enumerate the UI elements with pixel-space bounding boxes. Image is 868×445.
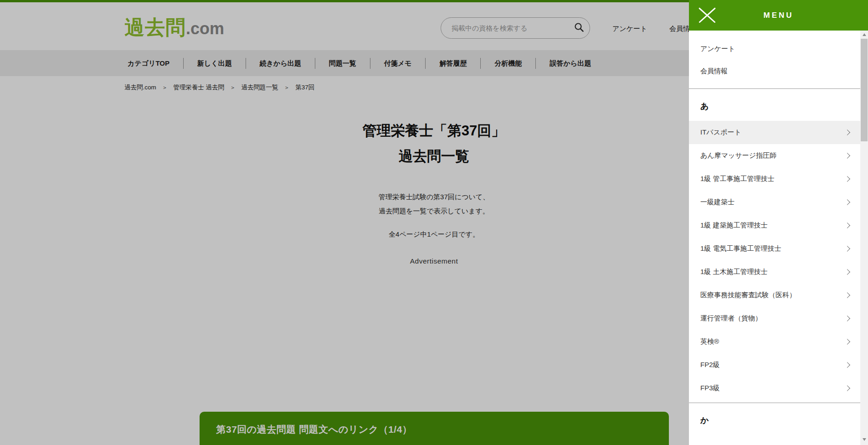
menu-item-label: 英検®: [700, 337, 719, 346]
chevron-right-icon: [844, 176, 850, 182]
chevron-right-icon: [844, 385, 850, 391]
menu-item-kenchiku-sekou[interactable]: 1級 建築施工管理技士: [689, 214, 860, 237]
menu-item-label: 医療事務技能審査試験（医科）: [700, 291, 796, 300]
chevron-right-icon: [844, 153, 850, 159]
menu-item-label: FP2級: [700, 361, 720, 369]
menu-item-kankoji-sekou[interactable]: 1級 管工事施工管理技士: [689, 167, 860, 191]
menu-link-member[interactable]: 会員情報: [689, 60, 860, 83]
menu-item-denki-koji-sekou[interactable]: 1級 電気工事施工管理技士: [689, 237, 860, 260]
scrollbar-thumb[interactable]: [861, 39, 868, 141]
menu-item-label: 1級 管工事施工管理技士: [700, 175, 775, 183]
menu-body: アンケート 会員情報 あ ITパスポート あん摩マッサージ指圧師 1級 管工事施…: [689, 31, 860, 445]
menu-item-iryo-jimu[interactable]: 医療事務技能審査試験（医科）: [689, 284, 860, 307]
menu-section-header-a: あ: [689, 89, 860, 121]
menu-item-label: 1級 建築施工管理技士: [700, 221, 768, 230]
menu-drawer: MENU アンケート 会員情報 あ ITパスポート あん摩マッサージ指圧師 1級…: [689, 0, 868, 445]
menu-link-survey[interactable]: アンケート: [689, 38, 860, 60]
scrollbar-up-arrow[interactable]: [860, 31, 868, 38]
menu-item-unko-kanrisha[interactable]: 運行管理者（貨物）: [689, 307, 860, 330]
menu-item-label: 運行管理者（貨物）: [700, 314, 762, 323]
menu-item-anma-massage[interactable]: あん摩マッサージ指圧師: [689, 144, 860, 167]
menu-item-label: 一級建築士: [700, 198, 734, 207]
menu-section-header-ka: か: [689, 403, 860, 435]
menu-item-label: 1級 土木施工管理技士: [700, 268, 768, 276]
menu-item-eiken[interactable]: 英検®: [689, 330, 860, 353]
menu-item-fp2[interactable]: FP2級: [689, 353, 860, 377]
menu-item-label: あん摩マッサージ指圧師: [700, 151, 776, 160]
menu-item-fp3[interactable]: FP3級: [689, 377, 860, 400]
chevron-right-icon: [844, 269, 850, 275]
menu-item-label: FP3級: [700, 384, 720, 393]
chevron-right-icon: [844, 339, 850, 345]
menu-item-ikkyu-kenchikushi[interactable]: 一級建築士: [689, 191, 860, 214]
menu-item-doboku-sekou[interactable]: 1級 土木施工管理技士: [689, 260, 860, 284]
menu-item-label: 1級 電気工事施工管理技士: [700, 244, 781, 253]
menu-item-it-passport[interactable]: ITパスポート: [689, 121, 860, 144]
chevron-right-icon: [844, 246, 850, 252]
menu-scrollbar[interactable]: [860, 31, 868, 445]
close-menu-button[interactable]: [695, 4, 719, 27]
chevron-right-icon: [844, 129, 850, 135]
chevron-right-icon: [844, 222, 850, 228]
chevron-right-icon: [844, 292, 850, 298]
scrollbar-down-arrow[interactable]: [860, 436, 868, 443]
menu-item-label: ITパスポート: [700, 128, 741, 137]
chevron-right-icon: [844, 362, 850, 368]
chevron-right-icon: [844, 199, 850, 205]
menu-header: MENU: [689, 0, 868, 31]
chevron-right-icon: [844, 316, 850, 321]
